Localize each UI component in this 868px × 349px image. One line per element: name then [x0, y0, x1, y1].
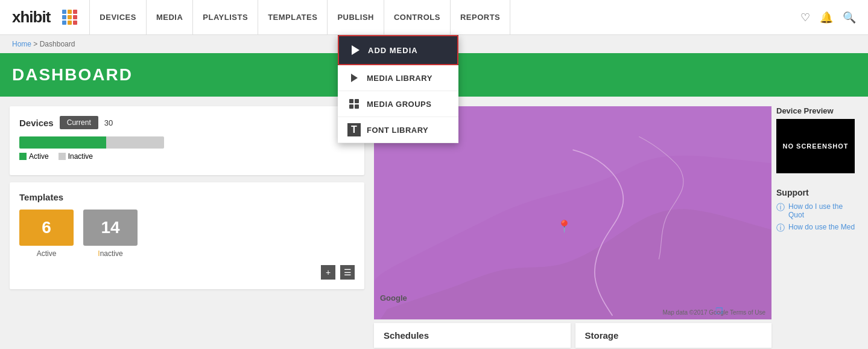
font-library-label: FONT LIBRARY — [367, 126, 428, 135]
templates-inactive-count: 14 — [83, 210, 138, 246]
map-pin: 📍 — [557, 219, 569, 231]
support-link-2[interactable]: How do use the Med — [788, 223, 855, 231]
storage-title: Storage — [585, 330, 619, 341]
devices-title: Devices — [19, 118, 54, 128]
device-preview-title: Device Preview — [776, 106, 858, 115]
grid-menu-icon — [349, 99, 359, 109]
nav-publish[interactable]: PUBLISH — [328, 0, 384, 35]
support-item-1: ⓘ How do I use the Quot — [776, 202, 858, 219]
media-library-icon — [347, 71, 361, 85]
map-footer: Schedules Storage — [374, 319, 771, 349]
main-nav: DEVICES MEDIA PLAYLISTS TEMPLATES PUBLIS… — [89, 0, 510, 35]
templates-active-box: 6 Active — [19, 210, 74, 258]
support-icon-1: ⓘ — [776, 202, 786, 213]
devices-bar: Active Inactive — [19, 136, 355, 161]
add-media-label: ADD MEDIA — [368, 46, 418, 55]
logo: xhibit — [12, 8, 50, 27]
list-button[interactable]: ☰ — [340, 265, 355, 280]
inactive-label: Inactive — [68, 152, 93, 161]
legend-active: Active — [19, 152, 49, 161]
nav-media[interactable]: MEDIA — [147, 0, 193, 35]
header-right: ♡ 🔔 🔍 — [800, 11, 856, 24]
nav-controls[interactable]: CONTROLS — [384, 0, 451, 35]
schedules-card: Schedules — [374, 323, 571, 348]
legend-inactive: Inactive — [59, 152, 93, 161]
breadcrumb-home[interactable]: Home — [12, 40, 31, 48]
support-section: Support ⓘ How do I use the Quot ⓘ How do… — [776, 188, 858, 237]
grid-icon[interactable] — [62, 10, 77, 25]
header: xhibit DEVICES MEDIA PLAYLISTS TEMPLATES… — [0, 0, 868, 35]
device-preview-section: Device Preview NO SCREENSHOT — [776, 106, 858, 173]
dropdown-media-groups[interactable]: MEDIA GROUPS — [338, 91, 458, 117]
current-button[interactable]: Current — [60, 116, 98, 129]
chat-icon[interactable]: ♡ — [800, 11, 810, 24]
media-groups-icon — [347, 97, 361, 110]
support-title: Support — [776, 188, 858, 197]
google-label: Google — [380, 293, 407, 303]
map-copyright: Map data ©2017 Google Terms of Use — [662, 309, 765, 316]
inactive-color — [59, 153, 66, 160]
devices-card-header: Devices Current 30 ☰ — [19, 116, 355, 129]
support-item-2: ⓘ How do use the Med — [776, 223, 858, 234]
devices-count: 30 — [104, 118, 113, 127]
devices-legend: Active Inactive — [19, 152, 355, 161]
support-icon-2: ⓘ — [776, 223, 786, 234]
font-library-icon: T — [347, 123, 361, 136]
active-label: Active — [29, 152, 49, 161]
templates-row: 6 Active 14 Inactive — [19, 210, 355, 258]
support-link-1[interactable]: How do I use the Quot — [788, 202, 858, 219]
nav-templates[interactable]: TEMPLATES — [258, 0, 328, 35]
templates-inactive-label: Inactive — [83, 249, 138, 258]
active-color — [19, 153, 27, 160]
right-panel: Device Preview NO SCREENSHOT Support ⓘ H… — [771, 97, 868, 349]
card-actions: + ☰ — [19, 265, 355, 280]
templates-title: Templates — [19, 192, 63, 202]
play-icon — [352, 45, 360, 55]
templates-active-count: 6 — [19, 210, 74, 246]
templates-card: Templates 6 Active 14 Inactive + ☰ — [10, 182, 364, 289]
templates-inactive-box: 14 Inactive — [83, 210, 138, 258]
breadcrumb-current: Dashboard — [40, 40, 75, 48]
devices-card: Devices Current 30 ☰ Active Inactive — [10, 106, 364, 175]
schedules-title: Schedules — [384, 330, 429, 341]
device-preview-screen: NO SCREENSHOT — [776, 119, 855, 173]
media-groups-label: MEDIA GROUPS — [367, 100, 431, 109]
add-media-icon — [349, 43, 362, 57]
left-panel: Devices Current 30 ☰ Active Inactive — [0, 97, 374, 349]
dropdown-add-media[interactable]: ADD MEDIA — [338, 35, 458, 65]
dropdown-font-library[interactable]: T FONT LIBRARY — [338, 117, 458, 143]
templates-card-header: Templates — [19, 192, 355, 202]
nav-playlists[interactable]: PLAYLISTS — [193, 0, 258, 35]
bar-active — [19, 136, 106, 149]
add-button[interactable]: + — [321, 265, 335, 280]
storage-card: Storage — [575, 323, 772, 348]
templates-active-label: Active — [19, 249, 74, 258]
search-icon[interactable]: 🔍 — [843, 11, 856, 24]
dropdown-menu: ADD MEDIA MEDIA LIBRARY MEDIA GROUPS T F… — [338, 35, 458, 143]
bar-track — [19, 136, 164, 149]
nav-reports[interactable]: REPORTS — [451, 0, 510, 35]
dropdown-media-library[interactable]: MEDIA LIBRARY — [338, 65, 458, 91]
map-expand-icon[interactable]: ❐ — [715, 306, 723, 316]
nav-devices[interactable]: DEVICES — [89, 0, 147, 35]
bell-icon[interactable]: 🔔 — [820, 11, 833, 24]
media-library-label: MEDIA LIBRARY — [367, 74, 432, 83]
play-dark-icon — [351, 74, 358, 82]
breadcrumb-separator: > — [33, 40, 39, 48]
